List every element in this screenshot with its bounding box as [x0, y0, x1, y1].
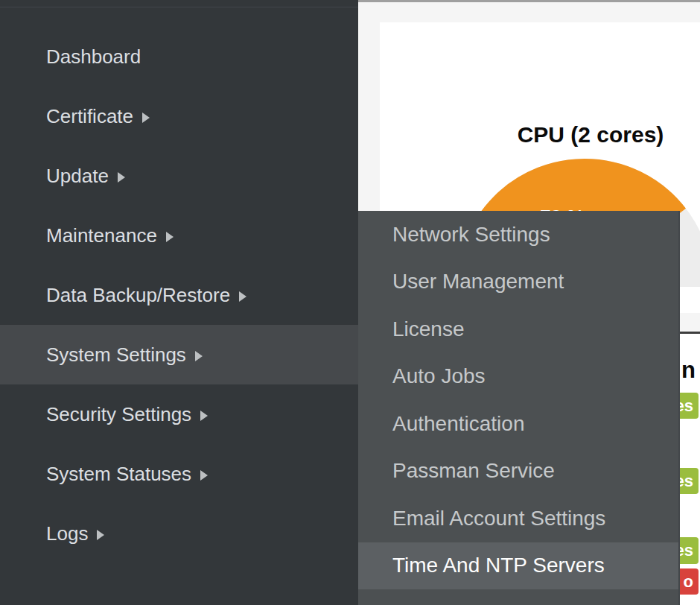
submenu-caret-icon: [97, 530, 104, 540]
cpu-card-title: CPU (2 cores): [518, 122, 664, 148]
sidebar-item-system-settings[interactable]: System Settings: [0, 325, 358, 384]
sidebar-item-label: Logs: [46, 522, 88, 545]
submenu-caret-icon: [200, 411, 208, 421]
sidebar-item-label: System Settings: [46, 343, 186, 367]
submenu-caret-icon: [142, 113, 150, 123]
submenu-item-label: Passman Service: [392, 459, 555, 483]
status-badge-text: o: [684, 572, 693, 591]
content-top-border: [358, 0, 700, 2]
submenu-item-auto-jobs[interactable]: Auto Jobs: [358, 353, 678, 401]
submenu-caret-icon: [200, 470, 208, 481]
submenu-item-authentication[interactable]: Authentication: [358, 400, 678, 448]
sidebar-item-label: Data Backup/Restore: [46, 284, 230, 307]
submenu-item-label: Time And NTP Servers: [392, 554, 605, 577]
sidebar-item-dashboard[interactable]: Dashboard: [0, 27, 358, 86]
submenu-caret-icon: [166, 232, 174, 242]
submenu-item-email-account-settings[interactable]: Email Account Settings: [358, 495, 678, 542]
system-settings-submenu: Network Settings User Management License…: [358, 211, 680, 605]
sidebar-item-label: Update: [46, 165, 109, 188]
sidebar-item-certificate[interactable]: Certificate: [0, 86, 358, 146]
sidebar-item-security-settings[interactable]: Security Settings: [0, 384, 358, 444]
submenu-item-time-and-ntp-servers[interactable]: Time And NTP Servers: [358, 542, 678, 590]
sidebar-nav: Dashboard Certificate Update Maintenance…: [0, 0, 358, 605]
submenu-item-system-proxy[interactable]: System Proxy: [358, 589, 678, 605]
sidebar-menu: Dashboard Certificate Update Maintenance…: [0, 27, 358, 563]
submenu-item-label: User Management: [392, 270, 564, 294]
submenu-item-network-settings[interactable]: Network Settings: [358, 211, 678, 259]
sidebar-item-label: Maintenance: [46, 224, 157, 247]
submenu-item-label: Email Account Settings: [392, 507, 605, 530]
submenu-item-label: Auto Jobs: [392, 364, 486, 388]
sidebar-item-update[interactable]: Update: [0, 146, 358, 206]
sidebar-item-data-backup-restore[interactable]: Data Backup/Restore: [0, 265, 358, 325]
sidebar-top-border: [0, 7, 358, 7]
submenu-caret-icon: [195, 351, 203, 361]
sidebar-item-label: Security Settings: [46, 403, 191, 426]
submenu-item-label: System Proxy: [392, 601, 521, 605]
sidebar-item-label: System Statuses: [46, 463, 191, 486]
submenu-item-passman-service[interactable]: Passman Service: [358, 448, 678, 495]
sidebar-item-logs[interactable]: Logs: [0, 504, 358, 563]
sidebar-item-label: Dashboard: [46, 45, 141, 69]
sidebar-item-label: Certificate: [46, 105, 133, 128]
section-heading-fragment: n: [681, 357, 696, 384]
submenu-item-label: License: [392, 317, 465, 341]
submenu-item-label: Authentication: [392, 412, 524, 436]
submenu-item-user-management[interactable]: User Management: [358, 259, 678, 306]
submenu-caret-icon: [118, 172, 125, 183]
submenu-caret-icon: [239, 291, 246, 302]
sidebar-item-system-statuses[interactable]: System Statuses: [0, 444, 358, 504]
submenu-item-license[interactable]: License: [358, 305, 678, 353]
sidebar-item-maintenance[interactable]: Maintenance: [0, 206, 358, 265]
submenu-item-label: Network Settings: [392, 223, 550, 247]
submenu-list: Network Settings User Management License…: [358, 211, 678, 605]
